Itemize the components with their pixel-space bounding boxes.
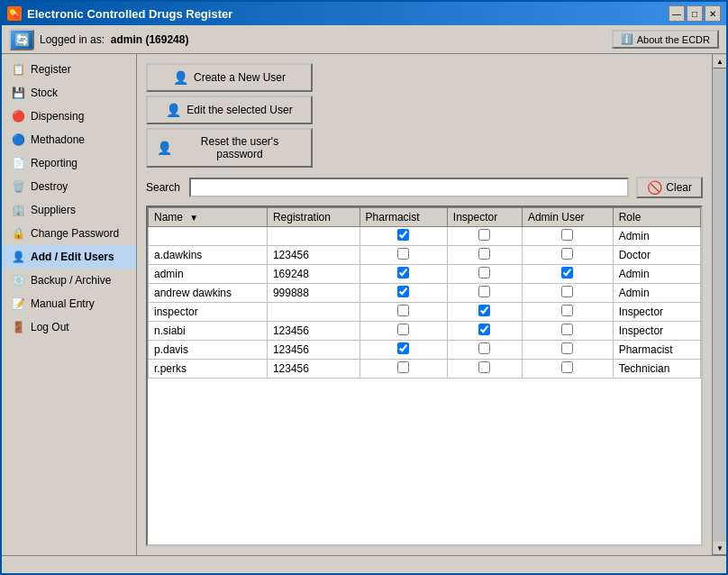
create-new-user-button[interactable]: 👤 Create a New User [146, 63, 313, 92]
scroll-track[interactable] [713, 68, 726, 541]
sidebar-item-dispensing[interactable]: 🔴 Dispensing [2, 105, 136, 128]
sidebar-item-methadone[interactable]: 🔵 Methadone [2, 128, 136, 151]
sidebar-item-manual-entry[interactable]: 📝 Manual Entry [2, 292, 136, 315]
minimize-button[interactable]: — [669, 5, 685, 22]
table-row[interactable]: inspectorInspector [149, 303, 701, 322]
table-row[interactable]: r.perks123456Technician [149, 360, 701, 379]
checkbox-pharmacist[interactable] [397, 286, 409, 297]
sidebar-item-change-password[interactable]: 🔒 Change Password [2, 222, 136, 245]
search-row: Search 🚫 Clear [146, 177, 703, 198]
cell-admin-user[interactable] [522, 246, 613, 265]
cell-pharmacist[interactable] [359, 265, 447, 284]
checkbox-admin-user[interactable] [561, 305, 573, 316]
sidebar-item-backup-archive[interactable]: 💿 Backup / Archive [2, 269, 136, 292]
window-title: Electronic Controlled Drugs Register [27, 7, 232, 21]
users-table-container[interactable]: Name ▼ Registration Pharmacist Inspector [146, 205, 703, 546]
cell-inspector[interactable] [447, 322, 522, 341]
checkbox-admin-user[interactable] [561, 342, 573, 354]
cell-inspector[interactable] [447, 360, 522, 379]
edit-selected-user-button[interactable]: 👤 Edit the selected User [146, 96, 313, 124]
cell-pharmacist[interactable] [359, 341, 447, 360]
close-button[interactable]: ✕ [705, 5, 721, 22]
col-header-name[interactable]: Name ▼ [149, 208, 268, 227]
checkbox-inspector[interactable] [478, 267, 490, 278]
sidebar-item-log-out[interactable]: 🚪 Log Out [2, 315, 136, 339]
checkbox-admin-user[interactable] [561, 324, 573, 335]
sidebar-label-add-edit-users: Add / Edit Users [31, 251, 114, 263]
reset-password-button[interactable]: 👤 Reset the user's password [146, 128, 313, 168]
cell-name: a.dawkins [149, 246, 268, 265]
col-header-pharmacist: Pharmacist [359, 208, 447, 227]
checkbox-pharmacist[interactable] [397, 229, 409, 241]
cell-admin-user[interactable] [522, 341, 613, 360]
table-header-row: Name ▼ Registration Pharmacist Inspector [149, 208, 701, 227]
clear-icon: 🚫 [647, 180, 662, 195]
sidebar-item-register[interactable]: 📋 Register [2, 58, 136, 81]
checkbox-inspector[interactable] [478, 229, 490, 241]
checkbox-admin-user[interactable] [561, 267, 573, 278]
checkbox-inspector[interactable] [478, 248, 490, 260]
checkbox-admin-user[interactable] [561, 361, 573, 373]
title-bar: 💊 Electronic Controlled Drugs Register —… [2, 2, 726, 25]
main-window: 💊 Electronic Controlled Drugs Register —… [0, 0, 728, 575]
checkbox-inspector[interactable] [478, 286, 490, 297]
checkbox-pharmacist[interactable] [397, 361, 409, 373]
checkbox-inspector[interactable] [478, 342, 490, 354]
main-content: 📋 Register 💾 Stock 🔴 Dispensing 🔵 Methad… [2, 54, 726, 555]
clear-button[interactable]: 🚫 Clear [636, 177, 703, 198]
cell-pharmacist[interactable] [359, 246, 447, 265]
sidebar-item-add-edit-users[interactable]: 👤 Add / Edit Users [2, 245, 136, 269]
checkbox-pharmacist[interactable] [397, 342, 409, 354]
sidebar-item-stock[interactable]: 💾 Stock [2, 81, 136, 105]
maximize-button[interactable]: □ [687, 5, 703, 22]
table-row[interactable]: andrew dawkins999888Admin [149, 284, 701, 303]
logo-button[interactable]: 🔄 [9, 29, 34, 50]
cell-inspector[interactable] [447, 303, 522, 322]
cell-pharmacist[interactable] [359, 303, 447, 322]
sidebar-item-reporting[interactable]: 📄 Reporting [2, 151, 136, 175]
cell-admin-user[interactable] [522, 322, 613, 341]
checkbox-pharmacist[interactable] [397, 305, 409, 316]
table-row[interactable]: admin169248Admin [149, 265, 701, 284]
cell-admin-user[interactable] [522, 227, 613, 246]
create-user-icon: 👤 [173, 70, 188, 85]
cell-admin-user[interactable] [522, 360, 613, 379]
cell-pharmacist[interactable] [359, 322, 447, 341]
cell-pharmacist[interactable] [359, 360, 447, 379]
about-button[interactable]: ℹ️ About the ECDR [612, 30, 719, 49]
checkbox-inspector[interactable] [478, 361, 490, 373]
checkbox-inspector[interactable] [478, 305, 490, 316]
checkbox-pharmacist[interactable] [397, 324, 409, 335]
cell-admin-user[interactable] [522, 284, 613, 303]
cell-pharmacist[interactable] [359, 284, 447, 303]
checkbox-admin-user[interactable] [561, 248, 573, 260]
table-row[interactable]: a.dawkins123456Doctor [149, 246, 701, 265]
table-row[interactable]: Admin [149, 227, 701, 246]
cell-inspector[interactable] [447, 246, 522, 265]
table-row[interactable]: n.siabi123456Inspector [149, 322, 701, 341]
checkbox-admin-user[interactable] [561, 229, 573, 241]
cell-pharmacist[interactable] [359, 227, 447, 246]
cell-inspector[interactable] [447, 341, 522, 360]
checkbox-pharmacist[interactable] [397, 248, 409, 260]
sidebar-item-suppliers[interactable]: 🏢 Suppliers [2, 198, 136, 222]
cell-inspector[interactable] [447, 227, 522, 246]
sidebar-item-destroy[interactable]: 🗑️ Destroy [2, 175, 136, 198]
cell-admin-user[interactable] [522, 303, 613, 322]
log-out-icon: 🚪 [11, 320, 25, 334]
cell-role: Doctor [613, 246, 700, 265]
scroll-up-button[interactable]: ▲ [713, 54, 726, 68]
checkbox-pharmacist[interactable] [397, 267, 409, 278]
checkbox-admin-user[interactable] [561, 286, 573, 297]
table-row[interactable]: p.davis123456Pharmacist [149, 341, 701, 360]
vertical-scrollbar[interactable]: ▲ ▼ [712, 54, 726, 555]
cell-inspector[interactable] [447, 284, 522, 303]
logged-in-label: Logged in as: admin (169248) [40, 33, 188, 46]
cell-admin-user[interactable] [522, 265, 613, 284]
cell-inspector[interactable] [447, 265, 522, 284]
reporting-icon: 📄 [11, 156, 25, 170]
scroll-down-button[interactable]: ▼ [713, 541, 726, 555]
checkbox-inspector[interactable] [478, 324, 490, 335]
search-input[interactable] [189, 178, 629, 197]
sidebar-label-destroy: Destroy [31, 180, 68, 193]
